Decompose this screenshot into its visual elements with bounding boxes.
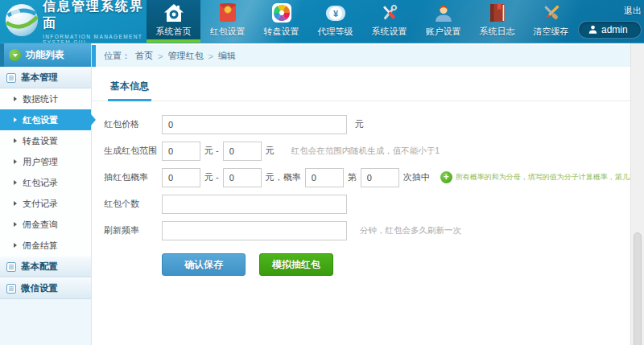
triangle-bullet-icon: [14, 180, 17, 185]
sidebar-item-wheel-settings[interactable]: 转盘设置: [0, 130, 91, 151]
form-row-range: 生成红包范围 元 - 元 红包会在范围内随机生成，值不能小于1: [104, 141, 630, 161]
count-input[interactable]: [162, 195, 347, 214]
sidebar-item-user-management[interactable]: 用户管理: [0, 151, 91, 172]
tools-icon: [379, 1, 400, 23]
nav-item-system-settings[interactable]: 系统设置: [362, 0, 416, 43]
prob-times-input[interactable]: [361, 168, 399, 187]
list-icon: [6, 284, 16, 294]
sidebar-item-data-stats[interactable]: 数据统计: [0, 88, 91, 109]
menu-item-label: 数据统计: [23, 93, 58, 105]
breadcrumb-home-link[interactable]: 首页: [135, 50, 153, 62]
red-envelope-icon: [217, 1, 238, 23]
menu-item-label: 支付记录: [23, 198, 58, 210]
triangle-bullet-icon: [14, 97, 17, 101]
sidebar-item-payment-records[interactable]: 支付记录: [0, 193, 91, 214]
refresh-hint: 分钟，红包会多久刷新一次: [360, 225, 461, 236]
form-row-probability: 抽红包概率 元 - 元，概率 第 次抽中 + 所有概率的和为分母，填写的值为分子…: [104, 167, 630, 187]
sidebar-section-basic-config[interactable]: 基本配置: [0, 256, 91, 277]
nav-item-system-log[interactable]: 系统日志: [470, 0, 524, 43]
user-badge[interactable]: admin: [578, 21, 642, 39]
menu-item-label: 佣金结算: [23, 240, 58, 252]
header-right: 退出 admin: [578, 0, 644, 43]
add-probability-icon[interactable]: +: [440, 171, 452, 183]
sidebar-item-redpacket-records[interactable]: 红包记录: [0, 172, 91, 193]
triangle-bullet-icon: [14, 138, 17, 143]
section-label: 微信设置: [21, 282, 58, 294]
nav-label: 系统日志: [480, 26, 515, 38]
count-label: 红包个数: [104, 198, 162, 210]
nav-item-redpacket-settings[interactable]: 红包设置: [200, 0, 254, 43]
prob-min-input[interactable]: [162, 168, 200, 187]
list-icon: [6, 73, 16, 83]
form-buttons: 确认保存 模拟抽红包: [104, 253, 630, 276]
menu-item-label: 用户管理: [23, 156, 58, 168]
breadcrumb-section-link[interactable]: 管理红包: [167, 50, 203, 62]
nav-label: 红包设置: [210, 26, 246, 38]
triangle-bullet-icon: [14, 117, 17, 122]
main-content: 位置： 首页 > 管理红包 > 编辑 基本信息 红包价格 元 生成红包范围 元 …: [92, 43, 630, 345]
breadcrumb-separator: >: [208, 51, 213, 61]
refresh-input[interactable]: [162, 221, 347, 240]
edit-form: 红包价格 元 生成红包范围 元 - 元 红包会在范围内随机生成，值不能小于1 抽…: [92, 101, 630, 276]
sidebar-item-commission-query[interactable]: 佣金查询: [0, 214, 91, 235]
range-sep1: 元 -: [204, 145, 219, 157]
chevron-down-circle-icon: [9, 49, 21, 61]
logo-area: 信息管理系统界面 INFORMATION MANAGEMENT SYSTEM G…: [0, 0, 147, 43]
refresh-label: 刷新频率: [104, 224, 162, 236]
range-min-input[interactable]: [162, 142, 200, 161]
sidebar-section-wechat-settings[interactable]: 微信设置: [0, 277, 91, 299]
sidebar-title: 功能列表: [0, 43, 91, 67]
app-subtitle: INFORMATION MANAGEMENT SYSTEM GUI: [43, 34, 147, 44]
logo-text: 信息管理系统界面 INFORMATION MANAGEMENT SYSTEM G…: [43, 0, 147, 43]
prob-rate-input[interactable]: [305, 168, 344, 187]
app-title: 信息管理系统界面: [43, 0, 147, 32]
sidebar-title-label: 功能列表: [26, 48, 64, 62]
range-unit: 元: [266, 145, 275, 157]
range-max-input[interactable]: [223, 142, 262, 161]
price-label: 红包价格: [104, 118, 162, 130]
nav-item-account-settings[interactable]: 账户设置: [416, 0, 470, 43]
sidebar-section-basic-management[interactable]: 基本管理: [0, 67, 91, 88]
range-label: 生成红包范围: [104, 145, 162, 157]
nav-item-wheel-settings[interactable]: 转盘设置: [254, 0, 308, 43]
vertical-scrollbar-thumb[interactable]: [634, 232, 642, 345]
simulate-draw-button[interactable]: 模拟抽红包: [259, 253, 333, 276]
nav-label: 账户设置: [426, 26, 461, 38]
prob-max-input[interactable]: [223, 168, 262, 187]
sidebar: 功能列表 基本管理 数据统计 红包设置 转盘设置: [0, 43, 92, 345]
color-wheel-icon: [271, 1, 292, 23]
menu-item-label: 红包设置: [23, 114, 58, 126]
nav-item-home[interactable]: 系统首页: [147, 0, 200, 43]
clear-cache-icon: [541, 1, 562, 23]
menu-item-label: 转盘设置: [23, 135, 58, 147]
prob-sep3: 第: [348, 171, 357, 183]
breadcrumb-separator: >: [158, 51, 163, 61]
probability-label: 抽红包概率: [104, 171, 162, 183]
nav-item-agent-level[interactable]: ¥ 代理等级: [308, 0, 362, 43]
save-button[interactable]: 确认保存: [162, 253, 246, 276]
breadcrumb-label: 位置：: [104, 50, 130, 62]
tabs-row: 基本信息: [92, 76, 630, 101]
nav-item-clear-cache[interactable]: 清空缓存: [524, 0, 578, 43]
username: admin: [601, 24, 628, 35]
nav-label: 代理等级: [318, 26, 353, 38]
vertical-scrollbar-track[interactable]: [630, 43, 644, 345]
sidebar-menu: 数据统计 红包设置 转盘设置 用户管理 红包记录 支付记录: [0, 88, 91, 256]
menu-item-label: 红包记录: [23, 177, 58, 189]
sidebar-item-redpacket-settings[interactable]: 红包设置: [0, 109, 91, 130]
probability-hint-text: 所有概率的和为分母，填写的值为分子计算概率，第几次可以不填: [456, 172, 644, 183]
home-icon: [163, 1, 184, 23]
nav-label: 系统首页: [156, 26, 192, 38]
nav-label: 转盘设置: [264, 26, 299, 38]
probability-hint: + 所有概率的和为分母，填写的值为分子计算概率，第几次可以不填: [434, 171, 644, 183]
logout-link[interactable]: 退出: [624, 5, 642, 17]
triangle-bullet-icon: [14, 201, 17, 206]
tab-basic-info[interactable]: 基本信息: [108, 76, 151, 101]
sidebar-item-commission-settlement[interactable]: 佣金结算: [0, 235, 91, 256]
app-window: 信息管理系统界面 INFORMATION MANAGEMENT SYSTEM G…: [0, 0, 644, 345]
triangle-bullet-icon: [14, 222, 17, 227]
logo-sphere-icon: [4, 2, 39, 41]
prob-sep1: 元 -: [204, 171, 219, 183]
menu-item-label: 佣金查询: [23, 219, 58, 231]
price-input[interactable]: [162, 115, 347, 134]
